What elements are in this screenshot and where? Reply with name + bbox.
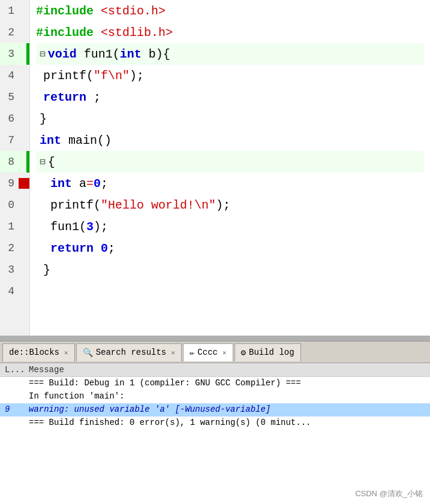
- msg-line-4: [5, 418, 29, 427]
- message-row-2: In function 'main':: [0, 390, 430, 403]
- tab-build-log-label: Build log: [249, 348, 294, 357]
- code-line-12: return 0 ;: [36, 237, 424, 259]
- line-number-row: 1: [0, 216, 29, 237]
- msg-line-2: [5, 391, 29, 401]
- code-line-5: return ;: [36, 86, 424, 108]
- msg-text-4: === Build finished: 0 error(s), 1 warnin…: [29, 418, 425, 427]
- code-line-13: }: [36, 259, 424, 280]
- code-line-8: ⊟ {: [36, 151, 424, 173]
- message-row-4: === Build finished: 0 error(s), 1 warnin…: [0, 417, 430, 430]
- code-line-10: printf( "Hello world!\n" );: [36, 194, 424, 216]
- line-number-row: 0: [0, 194, 29, 216]
- line-numbers: 1 2 3 4 5 6 7 8 9: [0, 0, 30, 336]
- tab-build-log[interactable]: ⚙️ Build log: [234, 343, 301, 361]
- code-line-14: [36, 280, 424, 302]
- code-line-6: }: [36, 108, 424, 129]
- line-number-row: 6: [0, 108, 29, 129]
- tab-search-results[interactable]: 🔍 Search results ✕: [76, 343, 182, 361]
- messages-header: L... Message: [0, 363, 430, 377]
- edit-icon: ✏️: [190, 348, 194, 358]
- msg-text-2: In function 'main':: [29, 391, 425, 401]
- line-number-row: 2: [0, 22, 29, 43]
- code-editor: 1 2 3 4 5 6 7 8 9: [0, 0, 430, 336]
- tab-cccc-close[interactable]: ✕: [222, 349, 227, 357]
- msg-line-3: 9: [5, 405, 29, 414]
- tab-deblocks-close[interactable]: ✕: [64, 349, 68, 357]
- tab-deblocks[interactable]: de::Blocks ✕: [2, 343, 75, 361]
- tab-deblocks-label: de::Blocks: [9, 348, 59, 357]
- line-number-row: 3: [0, 259, 29, 280]
- line-number-row: 5: [0, 86, 29, 108]
- tab-cccc[interactable]: ✏️ Cccc ✕: [183, 343, 233, 361]
- messages-area: L... Message === Build: Debug in 1 (comp…: [0, 363, 430, 504]
- watermark: CSDN @清欢_小铭: [355, 488, 423, 499]
- code-line-9: int a = 0 ;: [36, 173, 424, 194]
- message-row-1: === Build: Debug in 1 (compiler: GNU GCC…: [0, 377, 430, 390]
- code-line-7: int main(): [36, 129, 424, 151]
- green-indicator: [26, 43, 29, 65]
- line-number-row: 7: [0, 129, 29, 151]
- line-number-row: 1: [0, 0, 29, 22]
- msg-text-1: === Build: Debug in 1 (compiler: GNU GCC…: [29, 378, 425, 388]
- msg-line-1: [5, 378, 29, 388]
- panel-scrollbar[interactable]: [0, 336, 430, 342]
- header-msg-col: Message: [29, 365, 425, 375]
- green-indicator: [26, 151, 29, 173]
- code-line-1: #include <stdio.h>: [36, 0, 424, 22]
- header-line-col: L...: [5, 365, 29, 375]
- tab-search-label: Search results: [96, 348, 167, 357]
- line-number-row: 9: [0, 173, 29, 194]
- search-icon: 🔍: [83, 348, 93, 358]
- bottom-panel: de::Blocks ✕ 🔍 Search results ✕ ✏️ Cccc …: [0, 336, 430, 504]
- line-number-row: 4: [0, 65, 29, 86]
- code-line-2: #include <stdlib.h>: [36, 22, 424, 43]
- msg-text-3: warning: unused variable 'a' [-Wunused-v…: [29, 405, 425, 414]
- tab-search-close[interactable]: ✕: [171, 349, 175, 357]
- line-number-row: 4: [0, 280, 29, 302]
- message-row-3: 9 warning: unused variable 'a' [-Wunused…: [0, 403, 430, 417]
- code-line-11: fun1( 3 );: [36, 216, 424, 237]
- red-indicator: [19, 178, 29, 189]
- code-line-3: ⊟ void fun1( int b){: [36, 43, 424, 65]
- code-line-4: printf( "f\n" );: [36, 65, 424, 86]
- tabs-bar: de::Blocks ✕ 🔍 Search results ✕ ✏️ Cccc …: [0, 342, 430, 363]
- line-number-row: 3: [0, 43, 29, 65]
- line-number-row: 8: [0, 151, 29, 173]
- tab-cccc-label: Cccc: [197, 348, 218, 357]
- code-lines[interactable]: #include <stdio.h> #include <stdlib.h> ⊟…: [30, 0, 430, 336]
- gear-icon: ⚙️: [241, 348, 246, 358]
- line-number-row: 2: [0, 237, 29, 259]
